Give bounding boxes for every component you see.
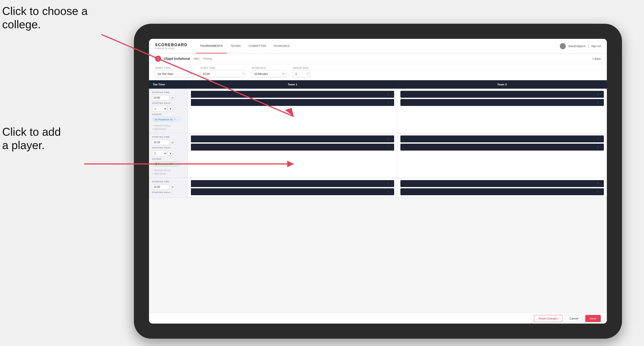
player-slot-1-1[interactable]: ✕ ⌄ bbox=[191, 91, 394, 98]
slot-caret-icon-2-1[interactable]: ⌄ bbox=[600, 93, 602, 96]
course-label-1: COURSE: bbox=[152, 113, 185, 115]
nav-email: blair@clippd.io bbox=[568, 45, 586, 48]
save-button[interactable]: Save bbox=[585, 315, 601, 322]
course-tag-remove-2[interactable]: ✕ bbox=[174, 163, 176, 165]
course-tag-text-2: 🌿 East Lake GC bbox=[154, 163, 173, 166]
tee-hole-btn-1[interactable]: ▾ bbox=[168, 106, 173, 111]
add-group-2[interactable]: + Add Group bbox=[152, 172, 185, 175]
slot-x-icon-3-2[interactable]: ✕ bbox=[387, 146, 389, 149]
tee-time-btn-2[interactable]: ⊙ bbox=[170, 140, 175, 145]
starting-time-label-1: STARTING TIME: bbox=[152, 91, 185, 93]
tee-time-row-3: ⊙ bbox=[152, 184, 185, 190]
start-time-group: Start Time ℹ bbox=[200, 67, 245, 77]
slot-x-icon-5-2[interactable]: ✕ bbox=[387, 190, 389, 193]
slot-caret-icon-3-1[interactable]: ⌄ bbox=[390, 138, 392, 141]
player-slot-4-2[interactable]: ✕ ⌄ bbox=[400, 144, 604, 151]
col-tee-time: Tee Time bbox=[149, 80, 188, 89]
nav-teams[interactable]: TEAMS bbox=[227, 39, 245, 53]
breadcrumb-title: Clippd Invitational bbox=[164, 57, 190, 60]
remove-group-2[interactable]: ○ Remove Group bbox=[152, 169, 185, 172]
slot-caret-icon-1-1[interactable]: ⌄ bbox=[390, 93, 392, 96]
slot-x-icon-1-2[interactable]: ✕ bbox=[387, 101, 389, 104]
tablet-screen: SCOREBOARD Powered by clippd TOURNAMENTS… bbox=[149, 39, 607, 324]
sign-out-link[interactable]: Sign out bbox=[591, 45, 601, 48]
tee-time-btn-1[interactable]: ⊙ bbox=[170, 95, 175, 100]
starting-hole-label-1: STARTING HOLE: bbox=[152, 102, 185, 104]
actions-row-2: ○ Remove Group + Add Group bbox=[152, 169, 185, 175]
slot-x-icon-4-2[interactable]: ✕ bbox=[597, 146, 599, 149]
start-time-input[interactable] bbox=[200, 70, 245, 77]
nav-rankings[interactable]: RANKINGS bbox=[270, 39, 294, 53]
player-slot-1-2[interactable]: ✕ ⌄ bbox=[191, 99, 394, 106]
tee-hole-btn-2[interactable]: ▾ bbox=[168, 151, 173, 156]
slot-x-icon-1-1[interactable]: ✕ bbox=[387, 93, 389, 96]
slot-caret-icon-1-2[interactable]: ⌄ bbox=[390, 101, 392, 104]
tee-hole-select-2[interactable]: 1 bbox=[152, 151, 167, 156]
nav-bar: SCOREBOARD Powered by clippd TOURNAMENTS… bbox=[149, 39, 607, 53]
course-tag-remove-1[interactable]: ✕ bbox=[174, 118, 176, 121]
tee-time-input-1[interactable] bbox=[152, 95, 169, 100]
player-slot-6-2[interactable]: ✕ ⌄ bbox=[400, 188, 604, 195]
slot-caret-icon-6-1[interactable]: ⌄ bbox=[600, 182, 602, 185]
cancel-button[interactable]: Cancel bbox=[565, 315, 583, 322]
intervals-info-icon: ℹ bbox=[282, 72, 283, 75]
course-tag-caret-1[interactable]: ⌄ bbox=[177, 118, 178, 121]
annotation-bottom: Click to add a player. bbox=[2, 125, 61, 152]
remove-group-1[interactable]: ○ Remove Group bbox=[152, 124, 185, 127]
slot-caret-icon-4-2[interactable]: ⌄ bbox=[600, 146, 602, 149]
main-content: Start Type 1st Tee Start Start Time ℹ bbox=[149, 64, 607, 324]
course-tag-2[interactable]: 🌿 East Lake GC ✕ ⌄ bbox=[152, 162, 181, 166]
slot-x-icon-6-2[interactable]: ✕ bbox=[597, 190, 599, 193]
intervals-select[interactable]: 10 Minutes bbox=[252, 70, 286, 77]
breadcrumb-hosting: Hosting bbox=[203, 57, 212, 60]
tee-time-input-3[interactable] bbox=[152, 184, 169, 190]
nav-tournaments[interactable]: TOURNAMENTS bbox=[196, 39, 227, 53]
player-slot-3-1[interactable]: ✕ ⌄ bbox=[191, 136, 394, 142]
slot-x-icon-4-1[interactable]: ✕ bbox=[597, 138, 599, 141]
nav-committee[interactable]: COMMITTEE bbox=[245, 39, 270, 53]
tee-time-input-2[interactable] bbox=[152, 140, 169, 145]
intervals-wrapper: 10 Minutes bbox=[252, 70, 286, 77]
slot-caret-icon-5-1[interactable]: ⌄ bbox=[390, 182, 392, 185]
start-type-wrapper: 1st Tee Start bbox=[155, 70, 194, 77]
slot-caret-icon-2-2[interactable]: ⌄ bbox=[600, 101, 602, 104]
reset-changes-button[interactable]: Reset Changes bbox=[534, 315, 562, 322]
course-tag-caret-2[interactable]: ⌄ bbox=[176, 163, 178, 166]
slot-x-icon-2-1[interactable]: ✕ bbox=[597, 93, 599, 96]
logo-title: SCOREBOARD bbox=[155, 43, 188, 47]
slot-x-icon-3-1[interactable]: ✕ bbox=[387, 138, 389, 141]
tee-time-btn-3[interactable]: ⊙ bbox=[170, 185, 175, 189]
slot-caret-icon-4-1[interactable]: ⌄ bbox=[600, 138, 602, 141]
start-time-info-icon: ℹ bbox=[242, 72, 244, 75]
add-group-1[interactable]: + Add Group bbox=[152, 128, 185, 130]
course-label-2: COURSE: bbox=[152, 158, 185, 160]
intervals-label: Intervals bbox=[252, 67, 286, 69]
slot-x-icon-6-1[interactable]: ✕ bbox=[597, 182, 599, 185]
slot-x-icon-5-1[interactable]: ✕ bbox=[387, 182, 389, 185]
player-slot-4-1[interactable]: ✕ ⌄ bbox=[400, 136, 604, 142]
course-tag-text-1: (A) Peachtree GC bbox=[154, 118, 173, 121]
group-size-label: Group Size bbox=[293, 67, 310, 69]
col-team1: Team 1 bbox=[188, 80, 397, 89]
player-slot-3-2[interactable]: ✕ ⌄ bbox=[191, 144, 394, 151]
actions-row-1: ○ Remove Group + Add Group bbox=[152, 124, 185, 130]
slot-caret-icon-5-2[interactable]: ⌄ bbox=[390, 190, 392, 193]
player-slot-5-1[interactable]: ✕ ⌄ bbox=[191, 180, 394, 187]
breadcrumb-back[interactable]: < Back bbox=[592, 57, 601, 60]
tee-team2-3: ✕ ⌄ ✕ ⌄ bbox=[397, 178, 607, 197]
group-size-select[interactable]: 3 bbox=[293, 70, 310, 77]
course-tag-1[interactable]: (A) Peachtree GC ✕ ⌄ bbox=[152, 117, 181, 122]
player-slot-5-2[interactable]: ✕ ⌄ bbox=[191, 188, 394, 195]
player-slot-2-1[interactable]: ✕ ⌄ bbox=[400, 91, 604, 98]
slot-caret-icon-3-2[interactable]: ⌄ bbox=[390, 146, 392, 149]
nav-links: TOURNAMENTS TEAMS COMMITTEE RANKINGS bbox=[196, 39, 560, 53]
slot-x-icon-2-2[interactable]: ✕ bbox=[597, 101, 599, 104]
start-type-select[interactable]: 1st Tee Start bbox=[155, 70, 194, 77]
tee-hole-select-1[interactable]: 1 bbox=[152, 106, 167, 112]
player-slot-6-1[interactable]: ✕ ⌄ bbox=[400, 180, 604, 187]
breadcrumb-bar: C Clippd Invitational Men Hosting < Back bbox=[149, 53, 607, 64]
col-team2: Team 2 bbox=[397, 80, 607, 89]
player-slot-2-2[interactable]: ✕ ⌄ bbox=[400, 99, 604, 106]
tee-team1-2: ✕ ⌄ ✕ ⌄ bbox=[188, 133, 397, 177]
slot-caret-icon-6-2[interactable]: ⌄ bbox=[600, 190, 602, 193]
